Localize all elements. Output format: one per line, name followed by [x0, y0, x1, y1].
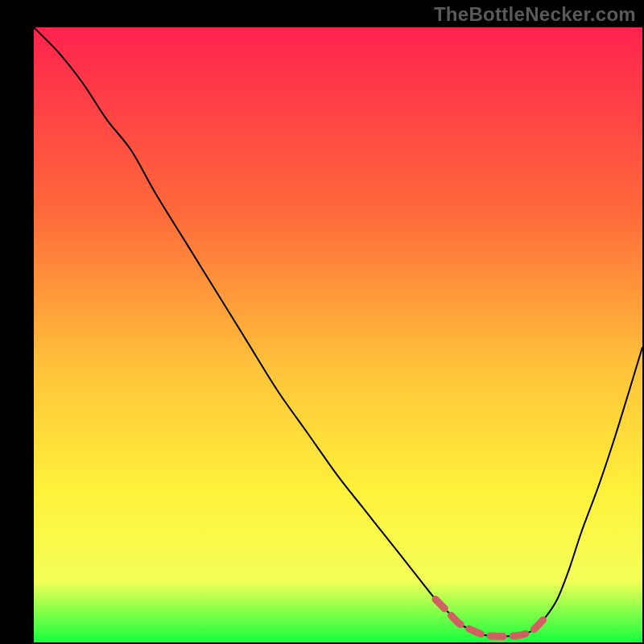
bottleneck-chart [0, 0, 644, 644]
chart-frame: { "watermark": "TheBottleNecker.com", "c… [0, 0, 644, 644]
gradient-background [34, 27, 642, 642]
